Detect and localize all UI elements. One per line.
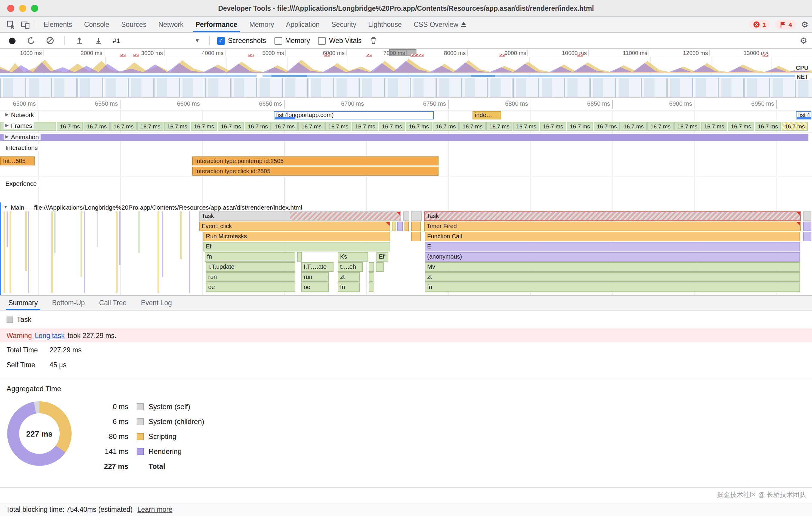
flame-bar[interactable]: oe xyxy=(206,282,295,292)
close-window-button[interactable] xyxy=(7,5,14,12)
flame-bar[interactable] xyxy=(369,262,374,272)
flame-bar[interactable] xyxy=(411,222,420,231)
flame-bar[interactable] xyxy=(405,222,409,231)
flame-bar[interactable]: Event: click xyxy=(199,222,390,231)
frame-cell[interactable]: 16.7 ms xyxy=(218,122,244,131)
flame-bar[interactable]: I.T….ate xyxy=(301,262,334,272)
drawer-tab[interactable]: Bottom-Up xyxy=(45,296,92,310)
flame-bar[interactable]: Task xyxy=(424,211,801,221)
flame-bar[interactable]: fn xyxy=(205,252,295,262)
flame-bar[interactable] xyxy=(803,211,811,221)
drawer-tab[interactable]: Event Log xyxy=(134,296,179,310)
frame-cell[interactable]: 16.7 ms xyxy=(593,122,620,131)
devtools-tab[interactable]: Elements xyxy=(37,17,78,32)
flame-bar[interactable] xyxy=(411,232,420,241)
track-area[interactable]: 6500 ms6550 ms6600 ms6650 ms6700 ms6750 … xyxy=(0,98,812,295)
frame-cell[interactable]: 16.7 ms xyxy=(782,122,808,131)
issues-badge[interactable]: 4 xyxy=(775,20,796,29)
frame-cell[interactable]: 16.7 ms xyxy=(620,122,647,131)
long-task-link[interactable]: Long task xyxy=(35,332,65,339)
expand-icon[interactable]: ▶ xyxy=(5,112,9,117)
profile-select[interactable]: #1 ▼ xyxy=(110,36,202,45)
flame-bar[interactable] xyxy=(803,232,811,241)
capture-settings-gear-icon[interactable]: ⚙ xyxy=(800,36,807,45)
checkbox-box[interactable]: ✓ xyxy=(318,37,326,45)
devtools-tab[interactable]: Application xyxy=(280,17,326,32)
expand-icon[interactable]: ▶ xyxy=(5,123,9,128)
frame-cell[interactable]: 16.7 ms xyxy=(84,122,110,131)
timeline-overview[interactable]: 1000 ms2000 ms3000 ms4000 ms5000 ms6000 … xyxy=(0,49,812,98)
frame-cell[interactable]: 16.7 ms xyxy=(137,122,164,131)
settings-gear-icon[interactable]: ⚙ xyxy=(801,20,808,29)
frame-cell[interactable]: 16.7 ms xyxy=(352,122,378,131)
load-profile-icon[interactable] xyxy=(72,33,87,48)
animation-lane[interactable]: ▶ Animation xyxy=(0,132,812,143)
flame-bar[interactable]: zt xyxy=(425,272,800,282)
flame-bar[interactable]: Timer Fired xyxy=(424,222,801,231)
frame-cell[interactable]: 16.7 ms xyxy=(164,122,190,131)
frame-cell[interactable]: 16.7 ms xyxy=(244,122,271,131)
flame-bar[interactable] xyxy=(403,211,409,221)
clear-button[interactable] xyxy=(43,33,57,48)
network-request[interactable]: inde… xyxy=(472,111,501,119)
flame-bar[interactable] xyxy=(803,222,811,231)
devtools-tab[interactable]: CSS Overview xyxy=(408,17,473,32)
flame-bar[interactable] xyxy=(376,262,384,272)
devtools-tab[interactable]: Lighthouse xyxy=(362,17,408,32)
frame-cell[interactable]: 16.7 ms xyxy=(567,122,593,131)
expand-icon[interactable]: ▶ xyxy=(5,134,9,139)
flame-bar[interactable]: fn xyxy=(338,282,360,292)
network-request[interactable]: list (l xyxy=(796,111,811,119)
network-lane[interactable]: ▶ Network list (longportapp.com)inde…lis… xyxy=(0,110,812,121)
frame-cell[interactable]: 16.7 ms xyxy=(110,122,137,131)
flame-bar[interactable] xyxy=(369,272,374,282)
devtools-tab[interactable]: Performance xyxy=(190,17,243,32)
flame-bar[interactable] xyxy=(392,222,396,231)
drawer-tab[interactable]: Call Tree xyxy=(92,296,134,310)
frame-cell[interactable]: 16.7 ms xyxy=(728,122,754,131)
frame-cell[interactable]: 16.7 ms xyxy=(379,122,405,131)
flame-bar[interactable]: Ks xyxy=(338,252,368,262)
interaction-bar[interactable]: Interaction type:pointerup id:2505 xyxy=(192,157,438,165)
interaction-bar[interactable]: Interaction type:click id:2505 xyxy=(192,167,438,175)
frame-cell[interactable]: 16.7 ms xyxy=(433,122,459,131)
flame-bar[interactable] xyxy=(369,282,374,292)
flame-bar[interactable] xyxy=(397,222,403,231)
main-thread-track[interactable]: ▼ Main — file:///Applications/Longbridge… xyxy=(0,202,812,295)
devtools-tab[interactable]: Security xyxy=(325,17,362,32)
frames-lane[interactable]: 7 ms16.7 ms16.7 ms16.7 ms16.7 ms16.7 ms1… xyxy=(0,120,812,133)
flame-bar[interactable]: oe xyxy=(301,282,329,292)
flame-bar[interactable]: Ef xyxy=(376,252,388,262)
network-lane-header[interactable]: ▶ Network xyxy=(4,111,36,118)
toolbar-checkbox[interactable]: ✓ Memory xyxy=(274,37,310,45)
flame-chart[interactable]: TaskTaskEvent: clickTimer FiredRun Micro… xyxy=(1,202,812,295)
checkbox-box[interactable]: ✓ xyxy=(274,37,282,45)
frame-cell[interactable]: 16.7 ms xyxy=(755,122,781,131)
flame-bar[interactable]: zt xyxy=(338,272,360,282)
flame-bar[interactable] xyxy=(297,252,302,262)
devtools-tab[interactable]: Network xyxy=(152,17,190,32)
frame-cell[interactable]: 16.7 ms xyxy=(459,122,486,131)
interaction-pill[interactable]: Int…505 xyxy=(0,157,35,165)
frame-cell[interactable]: 16.7 ms xyxy=(325,122,351,131)
delete-profile-icon[interactable] xyxy=(366,33,381,48)
device-toolbar-icon[interactable] xyxy=(18,17,32,32)
flame-bar[interactable]: (anonymous) xyxy=(425,252,800,262)
frames-lane-header[interactable]: ▶ Frames xyxy=(4,122,34,129)
frame-cell[interactable]: 16.7 ms xyxy=(298,122,324,131)
learn-more-link[interactable]: Learn more xyxy=(137,506,172,513)
flame-bar[interactable]: fn xyxy=(425,282,800,292)
animation-lane-header[interactable]: ▶ Animation xyxy=(4,133,40,140)
frame-cell[interactable]: 16.7 ms xyxy=(406,122,432,131)
animation-bar[interactable] xyxy=(0,134,808,141)
experience-lane[interactable]: Experience xyxy=(0,176,812,192)
flame-bar[interactable]: Function Call xyxy=(425,232,800,241)
devtools-tab[interactable]: Memory xyxy=(243,17,280,32)
frame-cell[interactable]: 16.7 ms xyxy=(271,122,298,131)
network-request[interactable]: list (longportapp.com) xyxy=(274,111,434,119)
save-profile-icon[interactable] xyxy=(91,33,106,48)
frame-cell[interactable]: 16.7 ms xyxy=(647,122,674,131)
flame-bar[interactable]: Mv xyxy=(425,262,800,272)
frame-cell[interactable]: 16.7 ms xyxy=(701,122,727,131)
frame-cell[interactable]: 16.7 ms xyxy=(513,122,539,131)
